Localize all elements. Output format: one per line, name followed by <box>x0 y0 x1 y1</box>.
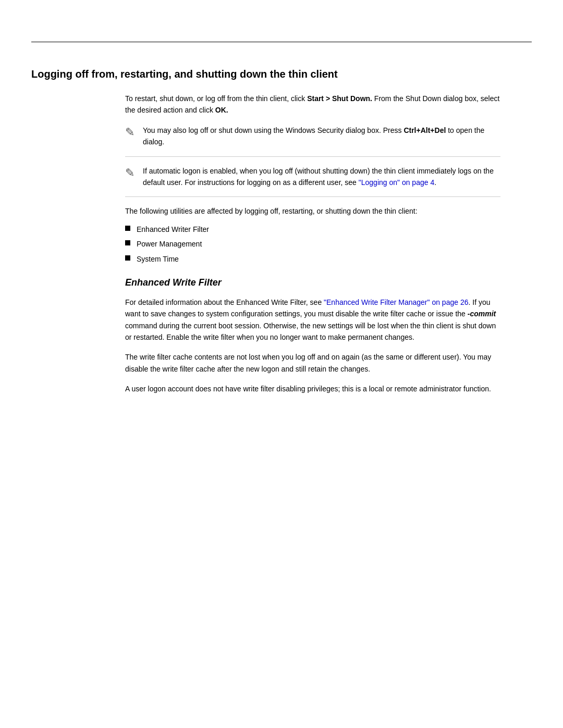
ewf-para-2: The write filter cache contents are not … <box>125 351 500 375</box>
note-1-bold: Ctrl+Alt+Del <box>403 126 446 134</box>
ewf-para-1: For detailed information about the Enhan… <box>125 297 500 343</box>
note-2-text1: If automatic logon is enabled, when you … <box>143 167 494 187</box>
content-indent-block: To restart, shut down, or log off from t… <box>125 93 500 395</box>
bullet-item-1-label: Enhanced Writer Filter <box>137 224 209 235</box>
page: Logging off from, restarting, and shutti… <box>0 42 563 728</box>
note-2-link[interactable]: "Logging on" on page 4 <box>359 178 434 187</box>
bullet-square-2 <box>125 240 130 245</box>
bullet-square-3 <box>125 255 130 261</box>
bullet-list: Enhanced Writer Filter Power Management … <box>125 224 500 265</box>
bullet-item-2-label: Power Management <box>137 238 202 250</box>
intro-text-before-bold: To restart, shut down, or log off from t… <box>125 94 307 103</box>
note-2-icon: ✎ <box>125 166 134 180</box>
note-1-block: ✎ You may also log off or shut down usin… <box>125 125 500 157</box>
intro-paragraph: To restart, shut down, or log off from t… <box>125 93 500 116</box>
note-1-text-before: You may also log off or shut down using … <box>143 126 403 134</box>
list-item: System Time <box>125 253 500 265</box>
bullet-item-3-label: System Time <box>137 253 179 265</box>
ewf-heading: Enhanced Write Filter <box>125 277 500 288</box>
ewf-para1-bold: -commit <box>468 310 496 318</box>
note-2-text2: . <box>434 178 436 187</box>
ewf-para1-link[interactable]: "Enhanced Write Filter Manager" on page … <box>324 298 468 306</box>
intro-bold1: Start > Shut Down. <box>307 94 372 103</box>
page-title: Logging off from, restarting, and shutti… <box>31 68 532 80</box>
list-item: Enhanced Writer Filter <box>125 224 500 235</box>
content-area: Logging off from, restarting, and shutti… <box>0 42 563 445</box>
bullet-square-1 <box>125 226 130 231</box>
note-2-block: ✎ If automatic logon is enabled, when yo… <box>125 165 500 198</box>
ewf-para-3: A user logon account does not have write… <box>125 383 500 394</box>
intro-bold2: OK. <box>215 106 228 114</box>
ewf-para1-text3: command during the current boot session.… <box>125 322 496 341</box>
ewf-para1-text1: For detailed information about the Enhan… <box>125 298 324 306</box>
note-1-icon: ✎ <box>125 126 134 139</box>
note-2-text: If automatic logon is enabled, when you … <box>143 165 500 189</box>
note-1-text: You may also log off or shut down using … <box>143 125 500 148</box>
section-intro-text: The following utilities are affected by … <box>125 205 500 217</box>
list-item: Power Management <box>125 238 500 250</box>
